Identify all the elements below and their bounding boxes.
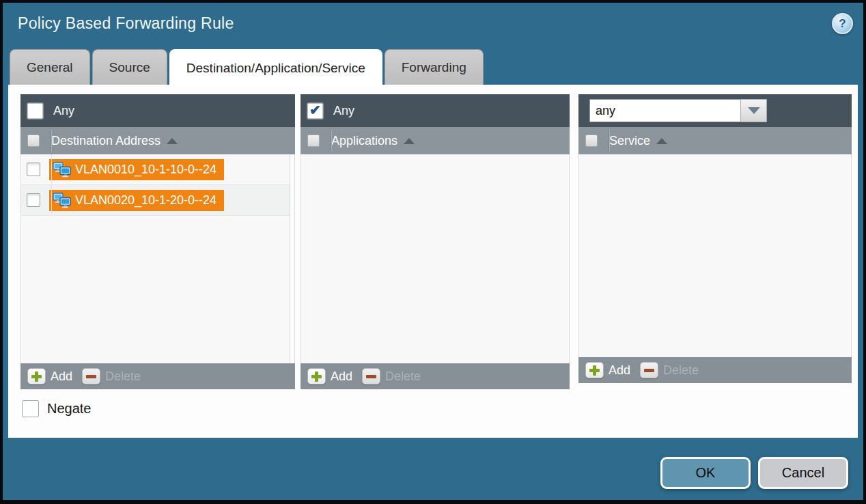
sort-asc-icon[interactable] <box>656 138 667 144</box>
delete-button-label: Delete <box>663 363 699 378</box>
minus-icon <box>640 362 658 378</box>
tab-content: Any Destination Address <box>8 85 858 438</box>
plus-icon <box>27 368 46 384</box>
service-list <box>578 154 852 357</box>
tab-forwarding[interactable]: Forwarding <box>385 49 484 85</box>
destination-selectall-checkbox[interactable] <box>27 135 40 147</box>
header-divider <box>51 130 52 152</box>
service-dropdown-button[interactable] <box>740 99 767 122</box>
service-column-header[interactable]: Service <box>578 127 852 154</box>
row-divider <box>51 154 52 184</box>
row-divider <box>51 185 52 215</box>
applications-list <box>301 154 570 363</box>
header-divider <box>331 130 332 152</box>
tab-bar: General Source Destination/Application/S… <box>10 49 484 85</box>
destination-address-text: VLAN0010_10-1-10-0--24 <box>75 163 216 177</box>
destination-any-bar: Any <box>20 94 295 127</box>
applications-any-label: Any <box>333 104 354 118</box>
minus-icon <box>362 368 380 384</box>
applications-delete-button[interactable]: Delete <box>362 368 421 384</box>
tab-source[interactable]: Source <box>92 49 167 85</box>
check-icon: ✔ <box>309 103 321 117</box>
destination-toolbar: Add Delete <box>20 363 295 389</box>
add-button-label: Add <box>51 369 72 384</box>
applications-add-button[interactable]: Add <box>307 368 352 384</box>
service-header-label: Service <box>609 134 650 148</box>
plus-icon <box>585 362 604 378</box>
applications-selectall-checkbox[interactable] <box>307 135 320 147</box>
service-add-button[interactable]: Add <box>585 362 630 378</box>
destination-row[interactable]: VLAN0020_10-1-20-0--24 <box>21 185 294 216</box>
applications-toolbar: Add Delete <box>301 363 570 389</box>
policy-based-forwarding-dialog: Policy Based Forwarding Rule ? General S… <box>0 0 866 504</box>
service-delete-button[interactable]: Delete <box>640 362 699 378</box>
delete-button-label: Delete <box>385 369 421 384</box>
applications-header-label: Applications <box>331 134 397 148</box>
destination-column-header[interactable]: Destination Address <box>20 127 295 154</box>
destination-list: VLAN0010_10-1-10-0--24 <box>20 154 295 363</box>
network-address-icon <box>53 162 71 178</box>
destination-row-checkbox[interactable] <box>27 163 40 176</box>
applications-column-header[interactable]: Applications <box>301 127 570 154</box>
dialog-title: Policy Based Forwarding Rule <box>18 14 234 33</box>
destination-address-text: VLAN0020_10-1-20-0--24 <box>75 193 216 208</box>
destination-row-checkbox[interactable] <box>27 193 40 207</box>
delete-button-label: Delete <box>105 369 141 384</box>
ok-button[interactable]: OK <box>660 457 751 489</box>
cancel-button[interactable]: Cancel <box>758 457 848 489</box>
dialog-window: Policy Based Forwarding Rule ? General S… <box>3 3 863 500</box>
service-dropdown-value[interactable]: any <box>589 99 740 122</box>
service-toolbar: Add Delete <box>578 357 852 383</box>
help-icon[interactable]: ? <box>832 13 853 34</box>
service-dropdown[interactable]: any <box>589 99 767 122</box>
applications-panel: ✔ Any Applications Add <box>301 94 570 389</box>
destination-header-label: Destination Address <box>51 134 160 148</box>
service-any-bar: any <box>578 94 852 127</box>
destination-add-button[interactable]: Add <box>27 368 72 384</box>
destination-any-label: Any <box>53 104 74 118</box>
minus-icon <box>82 368 100 384</box>
tab-general[interactable]: General <box>10 49 90 85</box>
chevron-down-icon <box>748 107 760 114</box>
network-address-icon <box>53 193 71 208</box>
service-panel: any Service Add <box>578 94 852 383</box>
add-button-label: Add <box>609 363 630 378</box>
sort-asc-icon[interactable] <box>404 138 415 144</box>
negate-checkbox[interactable] <box>22 400 39 417</box>
destination-address-chip[interactable]: VLAN0020_10-1-20-0--24 <box>49 190 224 211</box>
plus-icon <box>307 368 326 384</box>
negate-option[interactable]: Negate <box>22 400 92 417</box>
destination-any-checkbox[interactable] <box>27 103 43 119</box>
sort-asc-icon[interactable] <box>167 138 178 144</box>
scrollbar-track[interactable] <box>290 154 294 363</box>
negate-label: Negate <box>47 401 92 417</box>
tab-destination-application-service[interactable]: Destination/Application/Service <box>169 49 382 86</box>
destination-delete-button[interactable]: Delete <box>82 368 141 384</box>
applications-any-checkbox[interactable]: ✔ <box>307 103 323 119</box>
destination-address-panel: Any Destination Address <box>20 94 295 389</box>
service-selectall-checkbox[interactable] <box>585 135 598 147</box>
add-button-label: Add <box>331 369 352 384</box>
applications-any-bar: ✔ Any <box>301 94 570 127</box>
destination-address-chip[interactable]: VLAN0010_10-1-10-0--24 <box>49 159 224 180</box>
destination-row[interactable]: VLAN0010_10-1-10-0--24 <box>21 154 294 185</box>
header-divider <box>609 130 610 152</box>
